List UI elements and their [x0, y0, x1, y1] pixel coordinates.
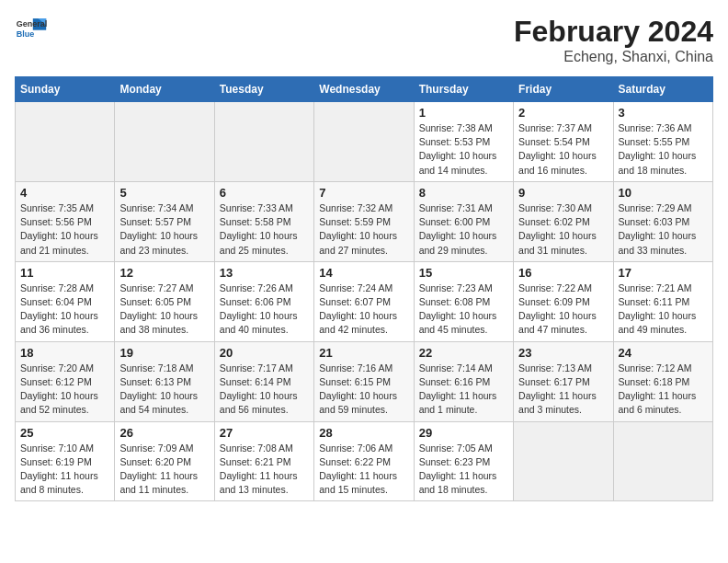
day-number: 21: [319, 346, 408, 360]
calendar-cell: 13Sunrise: 7:26 AM Sunset: 6:06 PM Dayli…: [214, 261, 313, 341]
day-number: 27: [220, 426, 309, 440]
calendar-cell: 28Sunrise: 7:06 AM Sunset: 6:22 PM Dayli…: [314, 421, 414, 501]
calendar-cell: [514, 421, 613, 501]
calendar-cell: 3Sunrise: 7:36 AM Sunset: 5:55 PM Daylig…: [613, 102, 712, 182]
calendar-cell: 20Sunrise: 7:17 AM Sunset: 6:14 PM Dayli…: [214, 341, 313, 421]
day-info: Sunrise: 7:06 AM Sunset: 6:22 PM Dayligh…: [319, 442, 408, 498]
svg-text:Blue: Blue: [17, 29, 35, 39]
logo-icon: General Blue: [15, 15, 48, 40]
calendar-cell: 5Sunrise: 7:34 AM Sunset: 5:57 PM Daylig…: [115, 181, 214, 261]
day-info: Sunrise: 7:05 AM Sunset: 6:23 PM Dayligh…: [419, 442, 508, 498]
calendar-cell: 10Sunrise: 7:29 AM Sunset: 6:03 PM Dayli…: [613, 181, 712, 261]
calendar-cell: 18Sunrise: 7:20 AM Sunset: 6:12 PM Dayli…: [16, 341, 115, 421]
day-number: 29: [419, 426, 508, 440]
title-block: February 2024 Echeng, Shanxi, China: [514, 15, 713, 65]
calendar-cell: 7Sunrise: 7:32 AM Sunset: 5:59 PM Daylig…: [314, 181, 414, 261]
day-info: Sunrise: 7:31 AM Sunset: 6:00 PM Dayligh…: [419, 201, 508, 258]
calendar-cell: 22Sunrise: 7:14 AM Sunset: 6:16 PM Dayli…: [414, 341, 513, 421]
day-number: 8: [419, 186, 508, 200]
calendar-cell: 4Sunrise: 7:35 AM Sunset: 5:56 PM Daylig…: [16, 181, 115, 261]
page-header: General Blue February 2024 Echeng, Shanx…: [15, 15, 713, 65]
day-info: Sunrise: 7:26 AM Sunset: 6:06 PM Dayligh…: [220, 282, 309, 338]
calendar-cell: 1Sunrise: 7:38 AM Sunset: 5:53 PM Daylig…: [414, 102, 513, 182]
day-number: 20: [220, 346, 309, 360]
calendar-cell: 16Sunrise: 7:22 AM Sunset: 6:09 PM Dayli…: [514, 261, 613, 341]
calendar-cell: 17Sunrise: 7:21 AM Sunset: 6:11 PM Dayli…: [613, 261, 712, 341]
calendar-week-1: 1Sunrise: 7:38 AM Sunset: 5:53 PM Daylig…: [16, 102, 713, 182]
day-number: 9: [518, 186, 608, 200]
day-header-monday: Monday: [115, 77, 214, 102]
day-info: Sunrise: 7:23 AM Sunset: 6:08 PM Dayligh…: [419, 282, 508, 338]
calendar-cell: 19Sunrise: 7:18 AM Sunset: 6:13 PM Dayli…: [115, 341, 214, 421]
day-info: Sunrise: 7:33 AM Sunset: 5:58 PM Dayligh…: [220, 201, 309, 258]
day-number: 22: [419, 346, 508, 360]
calendar-cell: 9Sunrise: 7:30 AM Sunset: 6:02 PM Daylig…: [514, 181, 613, 261]
day-info: Sunrise: 7:08 AM Sunset: 6:21 PM Dayligh…: [220, 442, 309, 498]
day-info: Sunrise: 7:28 AM Sunset: 6:04 PM Dayligh…: [20, 282, 109, 338]
day-number: 18: [20, 346, 109, 360]
day-header-sunday: Sunday: [16, 77, 115, 102]
day-info: Sunrise: 7:34 AM Sunset: 5:57 PM Dayligh…: [119, 201, 209, 258]
day-number: 17: [619, 266, 708, 280]
day-number: 3: [619, 106, 708, 120]
day-number: 6: [220, 186, 309, 200]
calendar-cell: 29Sunrise: 7:05 AM Sunset: 6:23 PM Dayli…: [414, 421, 513, 501]
calendar-cell: 23Sunrise: 7:13 AM Sunset: 6:17 PM Dayli…: [514, 341, 613, 421]
day-info: Sunrise: 7:36 AM Sunset: 5:55 PM Dayligh…: [619, 121, 708, 178]
day-info: Sunrise: 7:16 AM Sunset: 6:15 PM Dayligh…: [319, 362, 408, 418]
day-info: Sunrise: 7:37 AM Sunset: 5:54 PM Dayligh…: [518, 121, 608, 178]
day-info: Sunrise: 7:09 AM Sunset: 6:20 PM Dayligh…: [119, 442, 209, 498]
day-info: Sunrise: 7:32 AM Sunset: 5:59 PM Dayligh…: [319, 201, 408, 258]
calendar-week-2: 4Sunrise: 7:35 AM Sunset: 5:56 PM Daylig…: [16, 181, 713, 261]
day-number: 11: [20, 266, 109, 280]
calendar-cell: 12Sunrise: 7:27 AM Sunset: 6:05 PM Dayli…: [115, 261, 214, 341]
calendar-week-4: 18Sunrise: 7:20 AM Sunset: 6:12 PM Dayli…: [16, 341, 713, 421]
day-number: 1: [419, 106, 508, 120]
day-info: Sunrise: 7:14 AM Sunset: 6:16 PM Dayligh…: [419, 362, 508, 418]
day-info: Sunrise: 7:17 AM Sunset: 6:14 PM Dayligh…: [220, 362, 309, 418]
day-info: Sunrise: 7:12 AM Sunset: 6:18 PM Dayligh…: [619, 362, 708, 418]
calendar-cell: 11Sunrise: 7:28 AM Sunset: 6:04 PM Dayli…: [16, 261, 115, 341]
day-header-wednesday: Wednesday: [314, 77, 414, 102]
day-number: 5: [119, 186, 209, 200]
calendar-cell: [613, 421, 712, 501]
calendar-cell: 6Sunrise: 7:33 AM Sunset: 5:58 PM Daylig…: [214, 181, 313, 261]
day-info: Sunrise: 7:10 AM Sunset: 6:19 PM Dayligh…: [20, 442, 109, 498]
day-header-tuesday: Tuesday: [214, 77, 313, 102]
svg-text:General: General: [17, 19, 48, 29]
day-info: Sunrise: 7:18 AM Sunset: 6:13 PM Dayligh…: [119, 362, 209, 418]
calendar-cell: 14Sunrise: 7:24 AM Sunset: 6:07 PM Dayli…: [314, 261, 414, 341]
day-number: 15: [419, 266, 508, 280]
calendar-cell: 27Sunrise: 7:08 AM Sunset: 6:21 PM Dayli…: [214, 421, 313, 501]
day-header-friday: Friday: [514, 77, 613, 102]
day-number: 19: [119, 346, 209, 360]
page-subtitle: Echeng, Shanxi, China: [514, 49, 713, 65]
calendar-cell: 2Sunrise: 7:37 AM Sunset: 5:54 PM Daylig…: [514, 102, 613, 182]
day-info: Sunrise: 7:35 AM Sunset: 5:56 PM Dayligh…: [20, 201, 109, 258]
logo: General Blue: [15, 15, 48, 40]
day-info: Sunrise: 7:27 AM Sunset: 6:05 PM Dayligh…: [119, 282, 209, 338]
calendar-cell: 8Sunrise: 7:31 AM Sunset: 6:00 PM Daylig…: [414, 181, 513, 261]
calendar-header-row: SundayMondayTuesdayWednesdayThursdayFrid…: [16, 77, 713, 102]
day-number: 25: [20, 426, 109, 440]
calendar-cell: 25Sunrise: 7:10 AM Sunset: 6:19 PM Dayli…: [16, 421, 115, 501]
calendar-cell: [314, 102, 414, 182]
day-number: 4: [20, 186, 109, 200]
day-number: 2: [518, 106, 608, 120]
calendar-cell: [214, 102, 313, 182]
day-info: Sunrise: 7:22 AM Sunset: 6:09 PM Dayligh…: [518, 282, 608, 338]
day-info: Sunrise: 7:13 AM Sunset: 6:17 PM Dayligh…: [518, 362, 608, 418]
calendar-cell: [16, 102, 115, 182]
day-number: 12: [119, 266, 209, 280]
page-title: February 2024: [514, 15, 713, 49]
calendar-cell: 26Sunrise: 7:09 AM Sunset: 6:20 PM Dayli…: [115, 421, 214, 501]
calendar-table: SundayMondayTuesdayWednesdayThursdayFrid…: [15, 76, 713, 501]
calendar-week-5: 25Sunrise: 7:10 AM Sunset: 6:19 PM Dayli…: [16, 421, 713, 501]
day-number: 28: [319, 426, 408, 440]
day-info: Sunrise: 7:38 AM Sunset: 5:53 PM Dayligh…: [419, 121, 508, 178]
calendar-cell: [115, 102, 214, 182]
day-number: 23: [518, 346, 608, 360]
day-number: 13: [220, 266, 309, 280]
day-info: Sunrise: 7:29 AM Sunset: 6:03 PM Dayligh…: [619, 201, 708, 258]
day-number: 24: [619, 346, 708, 360]
